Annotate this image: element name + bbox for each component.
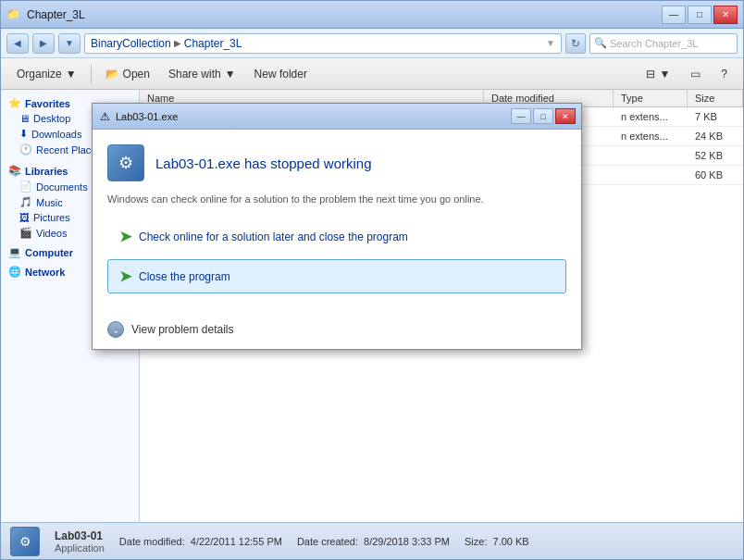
option2-arrow-icon: ➤ [119,268,131,285]
pictures-icon: 🖼 [19,212,30,223]
size-label: Size: [465,536,487,547]
search-box[interactable]: 🔍 Search Chapter_3L [589,33,738,54]
dialog-close-button[interactable]: ✕ [555,108,576,124]
organize-button[interactable]: Organize ▼ [8,62,85,86]
status-created: Date created: 8/29/2018 3:33 PM [297,536,450,547]
videos-icon: 🎬 [19,227,32,239]
search-placeholder: Search Chapter_3L [610,38,698,49]
status-filetype: Application [55,542,105,554]
window-icon: 📁 [6,7,21,22]
open-label: Open [123,68,150,81]
recent-locations-button[interactable]: ▼ [58,33,81,54]
dialog-heading-area: Lab03-01.exe has stopped working [155,156,372,171]
computer-label: Computer [25,247,73,258]
favorites-icon: ⭐ [8,97,21,109]
size-value: 7.00 KB [493,536,529,547]
toolbar: Organize ▼ 📂 Open Share with ▼ New folde… [1,58,743,90]
col-size[interactable]: Size [688,90,743,106]
libraries-label: Libraries [25,166,68,177]
breadcrumb-current[interactable]: Chapter_3L [184,37,242,50]
status-dates: Date modified: 4/22/2011 12:55 PM [119,536,282,547]
address-bar: ◀ ▶ ▼ BinaryCollection ▶ Chapter_3L ▼ ↻ … [1,29,743,58]
maximize-button[interactable]: □ [688,6,712,24]
date-modified-value: 4/22/2011 12:55 PM [191,536,282,547]
file-size-cell: 52 KB [688,146,743,165]
toolbar-separator-1 [91,65,92,83]
libraries-icon: 📚 [8,165,21,177]
search-icon: 🔍 [594,37,607,49]
main-window: 📁 Chapter_3L — □ ✕ ◀ ▶ ▼ BinaryCollectio… [0,0,744,560]
back-button[interactable]: ◀ [6,33,29,54]
title-bar: 📁 Chapter_3L — □ ✕ [1,1,743,29]
status-bar: ⚙ Lab03-01 Application Date modified: 4/… [1,522,743,559]
share-arrow-icon: ▼ [225,68,236,81]
dialog-minimize-button[interactable]: — [511,108,531,124]
file-type-cell [614,146,688,165]
views-button[interactable]: ⊟ ▼ [638,62,678,86]
dialog-subtitle: Windows can check online for a solution … [107,193,566,206]
documents-label: Documents [36,181,88,193]
toolbar-right: ⊟ ▼ ▭ ? [638,62,736,86]
date-modified-label: Date modified: [119,536,185,547]
breadcrumb-root[interactable]: BinaryCollection [91,37,171,50]
favorites-label: Favorites [25,98,70,109]
file-type-cell: n extens... [614,127,688,145]
date-created-value: 8/29/2018 3:33 PM [364,536,450,547]
preview-icon: ▭ [690,68,701,81]
expand-icon: ⌄ [107,321,124,338]
share-label: Share with [168,68,221,81]
music-icon: 🎵 [19,196,32,208]
help-button[interactable]: ? [713,62,736,86]
file-size-cell: 60 KB [688,166,743,184]
status-filename: Lab03-01 [55,529,103,542]
organize-arrow-icon: ▼ [66,68,77,81]
file-size-cell: 7 KB [688,107,743,126]
views-icon: ⊟ [646,68,655,81]
error-dialog: ⚠ Lab03-01.exe — □ ✕ ⚙ Lab03-01.exe has … [92,103,582,350]
option1-text: Check online for a solution later and cl… [139,230,408,243]
dialog-heading: Lab03-01.exe has stopped working [155,156,372,171]
organize-label: Organize [17,68,62,81]
option2-text: Close the program [139,270,230,283]
computer-icon: 💻 [8,246,21,258]
status-info: Lab03-01 Application [55,529,105,554]
share-with-button[interactable]: Share with ▼ [160,62,244,86]
close-button[interactable]: ✕ [713,6,738,24]
downloads-icon: ⬇ [19,128,28,140]
music-label: Music [36,197,63,208]
recent-icon: 🕐 [19,143,32,156]
breadcrumb[interactable]: BinaryCollection ▶ Chapter_3L ▼ [84,33,562,54]
dialog-option-1[interactable]: ➤ Check online for a solution later and … [107,219,566,254]
date-created-label: Date created: [297,536,358,547]
views-arrow: ▼ [659,68,670,81]
view-details-text: View problem details [131,323,234,336]
network-label: Network [25,267,65,278]
dialog-options: ➤ Check online for a solution later and … [107,219,566,293]
new-folder-button[interactable]: New folder [246,62,316,86]
breadcrumb-separator: ▶ [174,38,181,48]
file-type-cell: n extens... [614,107,688,126]
new-folder-label: New folder [254,68,307,81]
downloads-label: Downloads [31,129,81,140]
option1-arrow-icon: ➤ [119,228,131,245]
refresh-button[interactable]: ↻ [565,33,586,54]
network-icon: 🌐 [8,266,21,278]
open-icon: 📂 [105,68,119,81]
dialog-header-row: ⚙ Lab03-01.exe has stopped working [107,144,566,181]
col-type[interactable]: Type [614,90,688,106]
dialog-maximize-button[interactable]: □ [533,108,553,124]
title-bar-buttons: — □ ✕ [662,6,738,24]
file-type-cell [614,166,688,184]
dialog-title-bar: ⚠ Lab03-01.exe — □ ✕ [93,104,581,130]
dialog-title: Lab03-01.exe [116,111,509,122]
dialog-app-icon: ⚙ [107,144,144,181]
dialog-title-icon: ⚠ [98,110,111,123]
minimize-button[interactable]: — [662,6,686,24]
preview-button[interactable]: ▭ [682,62,709,86]
forward-button[interactable]: ▶ [32,33,55,54]
window-title: Chapter_3L [27,8,662,21]
status-file-icon: ⚙ [10,527,40,556]
open-button[interactable]: 📂 Open [97,62,158,86]
dialog-option-2[interactable]: ➤ Close the program [107,259,566,293]
dialog-footer[interactable]: ⌄ View problem details [93,314,581,349]
